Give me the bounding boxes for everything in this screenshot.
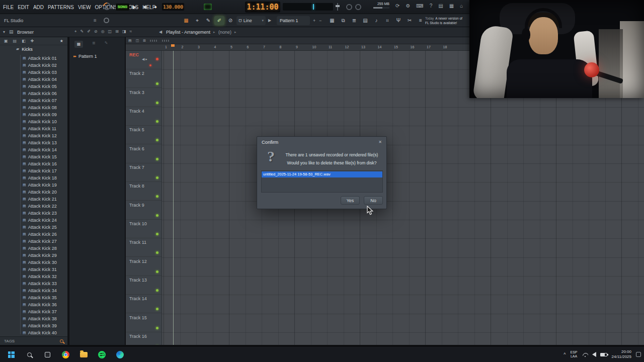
browser-item[interactable]: ▤Attack Kick 15 — [0, 153, 67, 160]
track-header[interactable]: Track 11 — [126, 238, 162, 257]
browser-tab-files-icon[interactable]: ▤ — [13, 39, 17, 43]
update-notification[interactable]: TodayA newer version of FL Studio is ava… — [425, 16, 470, 25]
target-tool-icon[interactable]: ⌖ — [74, 29, 77, 34]
menu-add[interactable]: ADD — [33, 5, 44, 10]
pattern-add-button[interactable]: + — [313, 18, 315, 23]
typing-keyboard-icon[interactable]: ⌨ — [416, 3, 423, 9]
wifi-icon[interactable] — [582, 352, 588, 357]
track-mini-controls[interactable]: ◀ ▸ — [142, 57, 147, 61]
playlist-speaker-icon[interactable]: ◀ — [159, 30, 162, 34]
play-button[interactable]: ▶ — [130, 3, 138, 11]
slip-tool-icon[interactable]: ◫ — [108, 29, 112, 34]
menu-patterns[interactable]: PATTERNS — [48, 5, 74, 10]
zoom-icon[interactable]: ⊞ — [143, 39, 146, 43]
taskbar-clock[interactable]: 20:00 24/11/2025 — [612, 349, 631, 359]
unsaved-files-list[interactable]: untitled_2025-11-24 19-58-53_REC.wav — [261, 170, 383, 193]
browser-item[interactable]: ▤Attack Kick 17 — [0, 167, 67, 174]
patcher-icon[interactable]: Ψ — [393, 16, 404, 25]
detach-icon[interactable]: ▤ — [128, 39, 132, 43]
record-button[interactable]: ● — [151, 3, 159, 11]
track-enable-dot[interactable] — [156, 308, 158, 310]
brush-tool-icon[interactable]: ✐ — [87, 29, 91, 34]
track-header[interactable]: Track 12 — [126, 257, 162, 276]
tempo-display[interactable]: 130.000 — [162, 3, 184, 11]
pattern-remove-button[interactable]: − — [319, 18, 321, 23]
help-icon[interactable]: ? — [430, 3, 433, 9]
settings-icon[interactable]: ⚙ — [406, 3, 410, 9]
track-header[interactable]: Track 15 — [126, 314, 162, 332]
track-header[interactable]: Track 7 — [126, 163, 162, 182]
shuffle-knob[interactable] — [346, 4, 352, 10]
browser-toggle-icon[interactable]: ♪ — [371, 16, 381, 25]
playback-tool-icon[interactable]: ◨ — [122, 29, 126, 34]
browser-item[interactable]: ▤Attack Kick 30 — [0, 259, 67, 266]
track-enable-dot[interactable] — [156, 195, 158, 198]
piano-roll-icon[interactable]: ⧉ — [338, 16, 348, 25]
cpu-panel-icon[interactable]: ▦ — [449, 3, 454, 9]
browser-item[interactable]: ▤Attack Kick 37 — [0, 308, 67, 315]
track-header[interactable]: Track 9 — [126, 201, 162, 220]
track-header[interactable]: Track 5 — [126, 126, 162, 144]
favorites-star-icon[interactable]: ★ — [60, 39, 63, 43]
browser-item[interactable]: ▤Attack Kick 05 — [0, 83, 67, 90]
pattern-rename-icon[interactable]: ✎ — [105, 41, 108, 48]
browser-tab-plugins-icon[interactable]: ◧ — [22, 39, 26, 43]
track-enable-dot[interactable] — [156, 120, 158, 123]
browser-item[interactable]: ▤Attack Kick 13 — [0, 139, 67, 146]
track-header[interactable]: Track 13 — [126, 276, 162, 295]
hamburger-icon[interactable]: ≡ — [94, 18, 97, 23]
track-header[interactable]: Track 16 — [126, 332, 162, 345]
browser-item[interactable]: ▤Attack Kick 14 — [0, 146, 67, 153]
browser-item[interactable]: ▤Attack Kick 34 — [0, 287, 67, 294]
more-icon[interactable]: ≡ — [416, 16, 426, 25]
track-enable-dot[interactable] — [156, 270, 158, 273]
browser-item[interactable]: ▤Attack Kick 01 — [0, 55, 67, 62]
online-icon[interactable]: ⌂ — [460, 3, 463, 9]
browser-item[interactable]: ▤Attack Kick 40 — [0, 329, 67, 336]
track-enable-dot[interactable] — [156, 139, 158, 141]
tags-bar[interactable]: TAGS — [0, 336, 67, 345]
task-view-button[interactable] — [41, 348, 53, 360]
browser-item[interactable]: ▤Attack Kick 25 — [0, 224, 67, 231]
edge-button[interactable] — [114, 348, 126, 360]
pencil-tool-icon[interactable]: ✎ — [203, 16, 213, 25]
browser-tab-all-icon[interactable]: ▣ — [4, 39, 8, 43]
playhead-marker[interactable] — [171, 44, 175, 47]
battery-icon[interactable] — [600, 353, 607, 356]
arrangement-selector[interactable]: (none) — [218, 30, 231, 35]
track-header[interactable]: Track 3 — [126, 88, 162, 107]
record-dot[interactable] — [149, 64, 151, 66]
menu-file[interactable]: FILE — [3, 5, 14, 10]
browser-item[interactable]: ▤Attack Kick 32 — [0, 273, 67, 280]
track-header[interactable]: Track 4 — [126, 107, 162, 126]
mixer-icon[interactable]: ▤ — [360, 16, 370, 25]
plugin-picker-icon[interactable]: ⌗ — [382, 16, 392, 25]
collapse-icon[interactable]: ▾ — [3, 30, 5, 34]
pattern-grid-icon[interactable]: ▦ — [74, 41, 83, 48]
chrome-button[interactable] — [59, 348, 71, 360]
browser-item[interactable]: ▤Attack Kick 23 — [0, 210, 67, 217]
browser-item[interactable]: ▤Attack Kick 08 — [0, 104, 67, 111]
track-header[interactable]: Track 2 — [126, 69, 162, 88]
browser-item[interactable]: ▤Attack Kick 16 — [0, 160, 67, 167]
track-enable-dot[interactable] — [156, 289, 158, 292]
pencil-tool-icon[interactable]: ✎ — [80, 29, 84, 34]
track-enable-dot[interactable] — [156, 251, 158, 254]
track-enable-dot[interactable] — [156, 327, 158, 329]
browser-item[interactable]: ▤Attack Kick 06 — [0, 90, 67, 97]
spotify-button[interactable] — [96, 348, 108, 360]
track-enable-dot[interactable] — [156, 176, 158, 179]
playlist-panel-icon[interactable]: ▦ — [327, 16, 337, 25]
browser-folder-kicks[interactable]: ▰ Kicks — [0, 45, 67, 53]
stop-button[interactable]: ■ — [141, 3, 149, 11]
track-enable-dot[interactable] — [156, 233, 158, 235]
pattern-selector[interactable]: Pattern 1 — [277, 16, 310, 25]
song-mode-switch[interactable]: SONG — [116, 4, 129, 11]
volume-icon[interactable] — [592, 352, 596, 357]
menu-edit[interactable]: EDIT — [18, 5, 29, 10]
snap-dropdown[interactable]: Ω Line ▾ — [236, 16, 266, 25]
browser-item[interactable]: ▤Attack Kick 09 — [0, 111, 67, 118]
channel-rack-icon[interactable]: ≣ — [349, 16, 359, 25]
browser-item[interactable]: ▤Attack Kick 19 — [0, 182, 67, 189]
browser-item[interactable]: ▤Attack Kick 36 — [0, 301, 67, 308]
